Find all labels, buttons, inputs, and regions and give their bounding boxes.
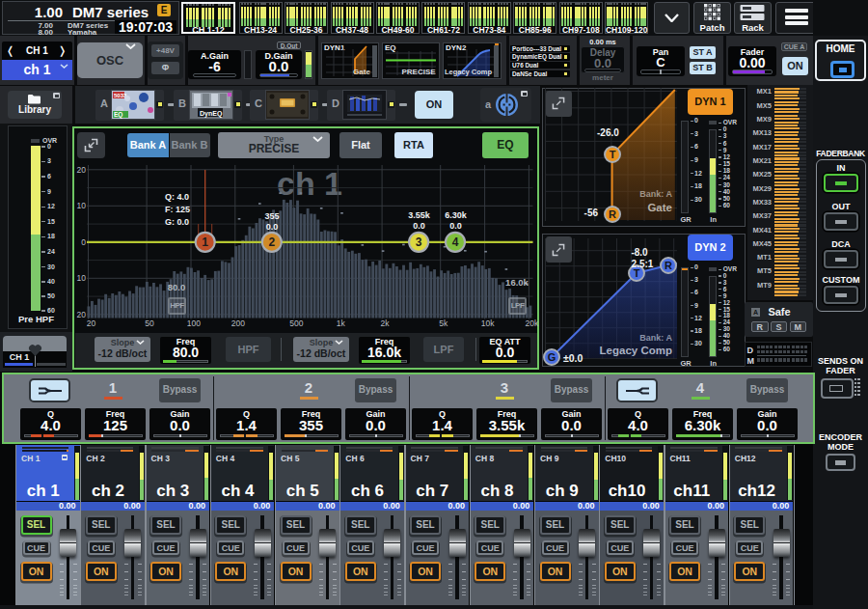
svg-text:EQ: EQ <box>114 111 122 119</box>
svg-text:3: 3 <box>416 235 422 249</box>
svg-text:4: 4 <box>452 235 459 249</box>
svg-text:DynEQ: DynEQ <box>200 110 223 118</box>
svg-text:1: 1 <box>202 235 208 249</box>
svg-text:2: 2 <box>268 235 275 249</box>
